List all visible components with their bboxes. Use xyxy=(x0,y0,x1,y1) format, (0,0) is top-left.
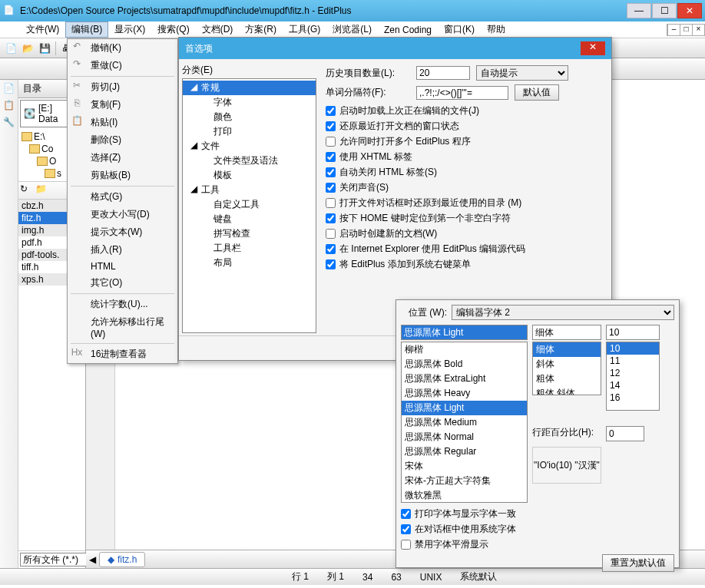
menu-item[interactable]: 显示(X) xyxy=(108,21,151,38)
option-checkbox[interactable]: 启动时创建新的文档(W) xyxy=(326,227,604,240)
category-item[interactable]: 文件类型及语法 xyxy=(183,154,316,168)
menu-item[interactable]: 工具(G) xyxy=(283,21,326,38)
line-height-input[interactable] xyxy=(606,426,644,441)
menu-item[interactable]: ⎘复制(F) xyxy=(68,96,177,114)
menu-item[interactable]: 文件(W) xyxy=(20,21,65,38)
tool-icon[interactable]: 📄 xyxy=(3,83,15,95)
option-checkbox[interactable]: 打开文件对话框时还原到最近使用的目录 (M) xyxy=(326,197,604,210)
open-icon[interactable]: 📂 xyxy=(20,41,35,56)
list-item[interactable]: 12 xyxy=(607,367,659,379)
category-item[interactable]: 模板 xyxy=(183,168,316,183)
menu-item[interactable]: 选择(Z) xyxy=(68,149,177,167)
location-select[interactable]: 编辑器字体 2 xyxy=(452,305,674,320)
list-item[interactable]: 思源黑体 Medium xyxy=(402,415,527,430)
tab-nav-icon[interactable]: ◀ xyxy=(89,554,96,565)
minimize-button[interactable]: — xyxy=(627,3,651,18)
close-button[interactable]: ✕ xyxy=(677,3,702,18)
list-item[interactable]: 思源黑体 Regular xyxy=(402,444,527,459)
menu-item[interactable]: 方案(R) xyxy=(239,21,283,38)
menu-item[interactable]: Zen Coding xyxy=(378,23,438,37)
category-item[interactable]: 键盘 xyxy=(183,212,316,226)
menu-item[interactable]: 浏览器(L) xyxy=(326,21,378,38)
category-item[interactable]: 颜色 xyxy=(183,110,316,124)
font-reset-button[interactable]: 重置为默认值 xyxy=(602,554,674,572)
folder-icon[interactable]: 📁 xyxy=(35,183,49,197)
list-item[interactable]: 14 xyxy=(607,379,659,391)
menu-item[interactable]: 格式(G) xyxy=(68,188,177,206)
list-item[interactable]: 思源黑体 Bold xyxy=(402,357,527,372)
refresh-icon[interactable]: ↻ xyxy=(20,183,34,197)
menu-item[interactable]: ↷重做(C) xyxy=(68,57,177,74)
font-style-input[interactable] xyxy=(532,325,601,340)
option-checkbox[interactable]: 自动关闭 HTML 标签(S) xyxy=(326,166,604,179)
menu-item[interactable]: 搜索(Q) xyxy=(151,21,195,38)
category-item[interactable]: 字体 xyxy=(183,95,316,110)
option-checkbox[interactable]: 将 EditPlus 添加到系统右键菜单 xyxy=(326,258,604,271)
list-item[interactable]: 思源黑体 Light xyxy=(402,401,527,415)
menu-item[interactable]: 统计字数(U)... xyxy=(68,296,177,313)
hint-select[interactable]: 自动提示 xyxy=(476,65,568,81)
menu-item[interactable]: 文档(D) xyxy=(196,21,240,38)
category-item[interactable]: ◢文件 xyxy=(183,139,316,154)
menu-item[interactable]: 允许光标移出行尾(W) xyxy=(68,313,177,342)
list-item[interactable]: 10 xyxy=(607,342,659,355)
option-checkbox[interactable]: 启动时加载上次正在编辑的文件(J) xyxy=(326,104,604,117)
option-checkbox[interactable]: 按下 HOME 键时定位到第一个非空白字符 xyxy=(326,212,604,225)
category-item[interactable]: ◢工具 xyxy=(183,183,316,197)
menu-item[interactable]: 提示文本(W) xyxy=(68,223,177,241)
font-size-input[interactable] xyxy=(606,325,660,340)
option-checkbox[interactable]: 使用 XHTML 标签 xyxy=(326,150,604,164)
editor-tab[interactable]: ◆ fitz.h xyxy=(99,552,145,567)
font-checkbox[interactable]: 禁用字体平滑显示 xyxy=(401,538,674,551)
list-item[interactable]: 思源黑体 ExtraLight xyxy=(402,372,527,386)
menu-item[interactable]: 插入(R) xyxy=(68,241,177,259)
menu-item[interactable]: 📋粘贴(I) xyxy=(68,114,177,131)
menu-item[interactable]: 窗口(K) xyxy=(438,21,481,38)
list-item[interactable]: 宋体 xyxy=(402,459,527,474)
option-checkbox[interactable]: 在 Internet Explorer 使用 EditPlus 编辑源代码 xyxy=(326,243,604,256)
option-checkbox[interactable]: 允许同时打开多个 EditPlus 程序 xyxy=(326,135,604,148)
category-item[interactable]: ◢常规 xyxy=(183,81,316,95)
menu-item[interactable]: 更改大小写(D) xyxy=(68,206,177,223)
maximize-button[interactable]: ☐ xyxy=(652,3,677,18)
list-item[interactable]: 斜体 xyxy=(533,357,601,372)
category-item[interactable]: 打印 xyxy=(183,124,316,139)
tool-icon[interactable]: 📋 xyxy=(3,100,15,112)
option-checkbox[interactable]: 关闭声音(S) xyxy=(326,181,604,194)
tool-icon[interactable]: 🔧 xyxy=(3,117,15,129)
category-item[interactable]: 工具栏 xyxy=(183,241,316,256)
new-icon[interactable]: 📄 xyxy=(3,41,18,56)
list-item[interactable]: 思源黑体 Normal xyxy=(402,430,527,444)
list-item[interactable]: 柳楷 xyxy=(402,342,527,357)
menu-item[interactable]: 删除(S) xyxy=(68,131,177,149)
option-checkbox[interactable]: 还原最近打开文档的窗口状态 xyxy=(326,120,604,133)
font-name-list[interactable]: 柳楷思源黑体 Bold思源黑体 ExtraLight思源黑体 Heavy思源黑体… xyxy=(401,342,528,503)
menu-item[interactable]: 其它(O) xyxy=(68,274,177,292)
list-item[interactable]: 微软雅黑 xyxy=(402,488,527,503)
list-item[interactable]: 16 xyxy=(607,391,659,404)
list-item[interactable]: 粗体 斜体 xyxy=(533,386,601,395)
history-count-input[interactable] xyxy=(416,66,470,80)
mdi-buttons[interactable]: –□× xyxy=(667,24,705,36)
list-item[interactable]: 思源黑体 Heavy xyxy=(402,386,527,401)
category-item[interactable]: 布局 xyxy=(183,256,316,270)
menu-item[interactable]: 帮助 xyxy=(481,21,511,38)
category-list[interactable]: ◢常规字体颜色打印◢文件文件类型及语法模板◢工具自定义工具键盘拼写检查工具栏布局 xyxy=(182,78,316,333)
default-button[interactable]: 默认值 xyxy=(515,84,559,101)
font-checkbox[interactable]: 在对话框中使用系统字体 xyxy=(401,523,674,536)
category-item[interactable]: 自定义工具 xyxy=(183,197,316,212)
menu-item[interactable]: 编辑(B) xyxy=(65,21,108,38)
word-sep-input[interactable] xyxy=(416,86,508,100)
font-style-list[interactable]: 细体斜体粗体粗体 斜体 xyxy=(532,342,601,395)
font-name-input[interactable] xyxy=(401,325,528,340)
list-item[interactable]: 宋体-方正超大字符集 xyxy=(402,474,527,488)
font-checkbox[interactable]: 打印字体与显示字体一致 xyxy=(401,507,674,520)
save-icon[interactable]: 💾 xyxy=(37,41,52,56)
menu-item[interactable]: Hx16进制查看器 xyxy=(68,345,177,363)
category-item[interactable]: 拼写检查 xyxy=(183,226,316,241)
font-size-list[interactable]: 1011121416 xyxy=(606,342,660,411)
menu-item[interactable]: HTML xyxy=(68,259,177,274)
list-item[interactable]: 粗体 xyxy=(533,372,601,386)
list-item[interactable]: 细体 xyxy=(533,342,601,357)
dialog-close-button[interactable]: ✕ xyxy=(581,41,605,55)
